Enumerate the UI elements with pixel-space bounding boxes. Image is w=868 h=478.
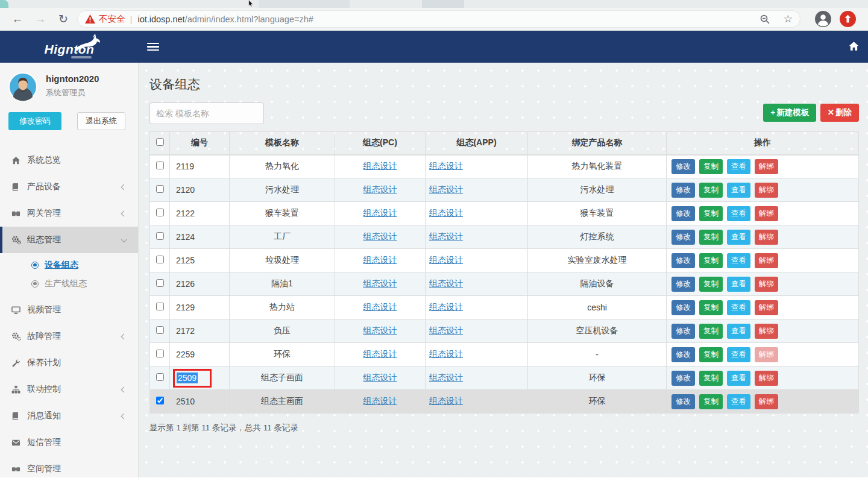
copy-button[interactable]: 复制 (699, 324, 723, 339)
view-button[interactable]: 查看 (727, 277, 750, 292)
browser-back-icon[interactable]: ← (6, 13, 29, 26)
view-button[interactable]: 查看 (727, 394, 750, 409)
bookmark-star-icon[interactable]: ☆ (784, 13, 793, 25)
row-checkbox[interactable] (156, 397, 164, 404)
config-pc-link[interactable]: 组态设计 (363, 373, 397, 382)
copy-button[interactable]: 复制 (699, 300, 723, 315)
edit-button[interactable]: 修改 (671, 183, 695, 198)
config-pc-link[interactable]: 组态设计 (363, 349, 397, 359)
sidebar-item-maintenance[interactable]: 保养计划 (0, 350, 138, 376)
config-pc-link[interactable]: 组态设计 (363, 396, 397, 406)
copy-button[interactable]: 复制 (699, 277, 723, 292)
unbind-button[interactable]: 解绑 (755, 206, 778, 221)
config-app-link[interactable]: 组态设计 (429, 396, 463, 406)
row-checkbox[interactable] (156, 373, 164, 381)
menu-toggle-icon[interactable] (147, 41, 159, 53)
config-app-link[interactable]: 组态设计 (429, 302, 463, 312)
view-button[interactable]: 查看 (727, 347, 750, 362)
copy-button[interactable]: 复制 (699, 230, 723, 245)
copy-button[interactable]: 复制 (699, 206, 723, 221)
browser-reload-icon[interactable]: ↻ (52, 12, 75, 26)
config-pc-link[interactable]: 组态设计 (363, 208, 397, 218)
copy-button[interactable]: 复制 (699, 183, 723, 198)
config-app-link[interactable]: 组态设计 (429, 231, 463, 241)
config-pc-link[interactable]: 组态设计 (363, 231, 397, 241)
change-password-button[interactable]: 修改密码 (8, 112, 61, 130)
row-checkbox[interactable] (156, 185, 164, 193)
sidebar-item-gateway[interactable]: 网关管理 (0, 200, 138, 227)
config-app-link[interactable]: 组态设计 (429, 161, 463, 171)
config-pc-link[interactable]: 组态设计 (363, 161, 397, 171)
config-app-link[interactable]: 组态设计 (429, 278, 463, 288)
edit-button[interactable]: 修改 (671, 277, 695, 292)
edit-button[interactable]: 修改 (671, 394, 695, 409)
search-input[interactable] (149, 102, 264, 124)
row-checkbox[interactable] (156, 256, 164, 263)
unbind-button[interactable]: 解绑 (755, 394, 778, 409)
view-button[interactable]: 查看 (727, 371, 750, 386)
view-button[interactable]: 查看 (727, 324, 750, 339)
browser-update-icon[interactable] (840, 11, 856, 27)
copy-button[interactable]: 复制 (699, 159, 723, 174)
sidebar-item-system-overview[interactable]: 系统总览 (0, 147, 138, 174)
edit-button[interactable]: 修改 (671, 230, 695, 245)
new-template-button[interactable]: +新建模板 (763, 104, 816, 122)
unbind-button[interactable]: 解绑 (755, 230, 778, 245)
sidebar-item-sms[interactable]: 短信管理 (0, 429, 138, 456)
sidebar-item-config-management[interactable]: 组态管理 (0, 227, 138, 253)
row-checkbox[interactable] (156, 209, 164, 216)
config-pc-link[interactable]: 组态设计 (363, 255, 397, 265)
select-all-checkbox[interactable] (156, 138, 164, 146)
unbind-button[interactable]: 解绑 (755, 347, 778, 362)
view-button[interactable]: 查看 (727, 206, 750, 221)
copy-button[interactable]: 复制 (699, 394, 723, 409)
view-button[interactable]: 查看 (727, 253, 750, 268)
home-icon[interactable] (848, 41, 860, 52)
config-app-link[interactable]: 组态设计 (429, 373, 463, 382)
config-pc-link[interactable]: 组态设计 (363, 278, 397, 288)
row-checkbox[interactable] (156, 162, 164, 169)
edit-button[interactable]: 修改 (671, 371, 695, 386)
config-app-link[interactable]: 组态设计 (429, 184, 463, 194)
row-checkbox[interactable] (156, 350, 164, 357)
view-button[interactable]: 查看 (727, 300, 750, 315)
unbind-button[interactable]: 解绑 (755, 371, 778, 386)
sidebar-item-video[interactable]: 视频管理 (0, 297, 138, 323)
edit-button[interactable]: 修改 (671, 159, 695, 174)
sidebar-item-notification[interactable]: 消息通知 (0, 403, 138, 429)
unbind-button[interactable]: 解绑 (755, 324, 778, 339)
row-checkbox[interactable] (156, 326, 164, 334)
config-app-link[interactable]: 组态设计 (429, 325, 463, 335)
config-app-link[interactable]: 组态设计 (429, 255, 463, 265)
view-button[interactable]: 查看 (727, 230, 750, 245)
config-pc-link[interactable]: 组态设计 (363, 184, 397, 194)
config-app-link[interactable]: 组态设计 (429, 349, 463, 359)
sidebar-subitem-production-line-config[interactable]: 生产线组态 (0, 274, 138, 293)
sidebar-item-product-devices[interactable]: 产品设备 (0, 174, 138, 200)
unbind-button[interactable]: 解绑 (755, 253, 778, 268)
browser-forward-icon[interactable]: → (29, 13, 52, 26)
sidebar-item-fault[interactable]: 故障管理 (0, 323, 138, 350)
config-app-link[interactable]: 组态设计 (429, 208, 463, 218)
unbind-button[interactable]: 解绑 (755, 277, 778, 292)
zoom-out-icon[interactable] (760, 14, 770, 25)
config-pc-link[interactable]: 组态设计 (363, 325, 397, 335)
copy-button[interactable]: 复制 (699, 371, 723, 386)
sidebar-subitem-device-config[interactable]: 设备组态 (0, 256, 138, 274)
browser-profile-icon[interactable] (815, 11, 831, 27)
config-pc-link[interactable]: 组态设计 (363, 302, 397, 312)
copy-button[interactable]: 复制 (699, 347, 723, 362)
address-bar[interactable]: 不安全 | iot.idosp.net/admin/index.html?lan… (77, 10, 800, 28)
sidebar-item-space[interactable]: 空间管理 (0, 456, 138, 478)
edit-button[interactable]: 修改 (671, 324, 695, 339)
edit-button[interactable]: 修改 (671, 253, 695, 268)
unbind-button[interactable]: 解绑 (755, 159, 778, 174)
row-checkbox[interactable] (156, 232, 164, 240)
unbind-button[interactable]: 解绑 (755, 183, 778, 198)
logout-button[interactable]: 退出系统 (77, 112, 125, 130)
copy-button[interactable]: 复制 (699, 253, 723, 268)
edit-button[interactable]: 修改 (671, 300, 695, 315)
view-button[interactable]: 查看 (727, 159, 750, 174)
row-checkbox[interactable] (156, 279, 164, 287)
row-checkbox[interactable] (156, 303, 164, 310)
